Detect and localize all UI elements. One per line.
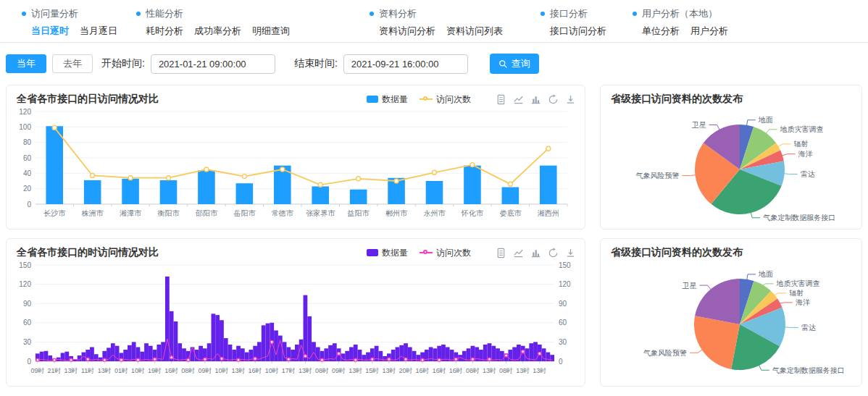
end-time-input[interactable]	[343, 54, 468, 74]
data-view-icon[interactable]	[496, 248, 506, 258]
line-point[interactable]	[170, 356, 173, 359]
line-point[interactable]	[280, 167, 285, 172]
bar[interactable]	[464, 166, 481, 204]
bar[interactable]	[274, 330, 278, 361]
bar[interactable]	[491, 346, 496, 361]
line-point[interactable]	[167, 176, 171, 180]
line-point[interactable]	[120, 358, 122, 361]
bar[interactable]	[160, 180, 178, 204]
bar[interactable]	[312, 186, 329, 204]
bar[interactable]	[64, 352, 69, 361]
line-chart-icon[interactable]	[513, 248, 524, 258]
bar[interactable]	[174, 321, 178, 361]
bar[interactable]	[542, 348, 546, 361]
bar[interactable]	[426, 181, 443, 204]
nav-item-0-1[interactable]: 当月逐日	[80, 25, 117, 38]
bar[interactable]	[170, 311, 174, 361]
bar[interactable]	[502, 188, 519, 204]
line-point[interactable]	[421, 358, 424, 361]
line-point[interactable]	[70, 358, 72, 361]
line-point[interactable]	[270, 340, 273, 343]
line-point[interactable]	[254, 358, 256, 361]
bar[interactable]	[228, 345, 233, 361]
line-point[interactable]	[522, 350, 525, 353]
bar[interactable]	[198, 170, 215, 204]
restore-icon[interactable]	[548, 248, 559, 258]
line-point[interactable]	[304, 355, 306, 358]
line-point[interactable]	[371, 358, 374, 361]
line-point[interactable]	[538, 352, 541, 355]
line-point[interactable]	[404, 358, 407, 361]
legend-item-访问次数[interactable]: 访问次数	[420, 247, 471, 259]
legend-item-数据量[interactable]: 数据量	[367, 93, 408, 106]
bar[interactable]	[90, 347, 94, 361]
bar[interactable]	[307, 316, 312, 361]
nav-item-1-2[interactable]: 明细查询	[252, 25, 290, 38]
bar[interactable]	[212, 313, 216, 361]
nav-item-4-1[interactable]: 用户分析	[690, 25, 728, 38]
bar[interactable]	[525, 348, 530, 361]
bar[interactable]	[178, 343, 182, 361]
bar[interactable]	[399, 345, 404, 361]
bar-chart-icon[interactable]	[530, 94, 541, 105]
bar-chart-icon[interactable]	[530, 248, 541, 258]
bar[interactable]	[122, 179, 139, 204]
bar[interactable]	[512, 347, 517, 361]
line-point[interactable]	[187, 358, 190, 361]
line-point[interactable]	[242, 174, 246, 179]
nav-item-2-0[interactable]: 资料访问分析	[379, 25, 435, 38]
line-point[interactable]	[338, 352, 341, 355]
bar[interactable]	[529, 343, 533, 361]
line-point[interactable]	[137, 358, 140, 361]
bar[interactable]	[383, 356, 387, 361]
last-year-button[interactable]: 去年	[52, 54, 93, 73]
legend-item-访问次数[interactable]: 访问次数	[420, 93, 471, 106]
line-point[interactable]	[488, 358, 491, 361]
line-point[interactable]	[318, 182, 322, 187]
line-chart-icon[interactable]	[513, 94, 524, 105]
bar[interactable]	[350, 190, 367, 204]
data-view-icon[interactable]	[496, 94, 506, 105]
line-point[interactable]	[128, 176, 133, 180]
bar[interactable]	[84, 180, 101, 204]
line-point[interactable]	[321, 358, 324, 361]
line-point[interactable]	[546, 146, 551, 151]
nav-item-2-1[interactable]: 资料访问列表	[446, 25, 503, 38]
nav-item-4-0[interactable]: 单位分析	[642, 25, 680, 38]
line-point[interactable]	[103, 358, 106, 361]
nav-item-1-1[interactable]: 成功率分析	[194, 25, 241, 38]
nav-item-1-0[interactable]: 耗时分析	[146, 25, 183, 38]
line-point[interactable]	[433, 170, 437, 174]
this-year-button[interactable]: 当年	[6, 54, 46, 73]
bar[interactable]	[149, 346, 153, 361]
line-point[interactable]	[220, 358, 223, 361]
start-time-input[interactable]	[151, 54, 275, 74]
line-point[interactable]	[471, 358, 474, 361]
line-point[interactable]	[470, 163, 475, 167]
line-point[interactable]	[438, 358, 441, 361]
legend-item-数据量[interactable]: 数据量	[367, 247, 408, 259]
bar[interactable]	[483, 345, 488, 361]
bar[interactable]	[128, 345, 132, 361]
bar[interactable]	[46, 126, 63, 204]
bar[interactable]	[132, 342, 136, 361]
search-button[interactable]: 查询	[490, 54, 539, 74]
bar[interactable]	[220, 320, 224, 361]
bar[interactable]	[99, 358, 103, 361]
bar[interactable]	[82, 353, 86, 361]
line-point[interactable]	[237, 358, 240, 361]
line-point[interactable]	[356, 177, 361, 181]
line-point[interactable]	[36, 358, 39, 361]
line-point[interactable]	[388, 358, 391, 361]
nav-item-3-0[interactable]: 接口访问分析	[550, 25, 606, 38]
line-point[interactable]	[53, 358, 56, 361]
line-point[interactable]	[454, 358, 457, 361]
bar[interactable]	[94, 354, 99, 361]
download-icon[interactable]	[565, 94, 576, 105]
line-point[interactable]	[394, 179, 398, 183]
line-point[interactable]	[91, 174, 95, 178]
restore-icon[interactable]	[548, 94, 559, 105]
bar[interactable]	[165, 277, 170, 361]
line-point[interactable]	[52, 125, 57, 130]
bar[interactable]	[191, 347, 195, 361]
